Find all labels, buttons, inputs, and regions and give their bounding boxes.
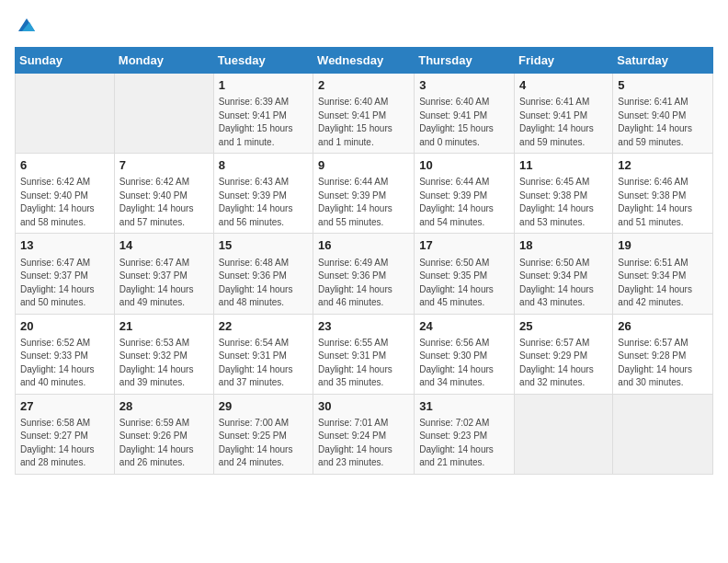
day-info: Sunrise: 6:47 AM: [20, 257, 109, 270]
day-info: Sunset: 9:40 PM: [119, 190, 209, 203]
day-cell: 2Sunrise: 6:40 AMSunset: 9:41 PMDaylight…: [313, 74, 415, 154]
day-info: Sunset: 9:25 PM: [219, 430, 308, 443]
day-info: Sunset: 9:36 PM: [318, 270, 409, 283]
day-number: 26: [618, 318, 708, 335]
weekday-header-tuesday: Tuesday: [213, 48, 313, 74]
day-info: Daylight: 14 hours and 58 minutes.: [20, 202, 109, 229]
day-info: Sunrise: 6:56 AM: [419, 337, 509, 350]
day-info: Daylight: 14 hours and 43 minutes.: [519, 283, 608, 310]
day-cell: 21Sunrise: 6:53 AMSunset: 9:32 PMDayligh…: [114, 314, 213, 394]
day-info: Sunrise: 6:55 AM: [318, 337, 409, 350]
day-info: Sunset: 9:37 PM: [20, 270, 109, 283]
day-info: Daylight: 14 hours and 50 minutes.: [20, 283, 109, 310]
day-cell: 22Sunrise: 6:54 AMSunset: 9:31 PMDayligh…: [213, 314, 313, 394]
day-info: Daylight: 14 hours and 26 minutes.: [119, 443, 209, 470]
day-info: Sunset: 9:28 PM: [618, 350, 708, 363]
day-cell: 10Sunrise: 6:44 AMSunset: 9:39 PMDayligh…: [415, 154, 515, 234]
day-cell: 19Sunrise: 6:51 AMSunset: 9:34 PMDayligh…: [613, 234, 713, 314]
day-cell: 7Sunrise: 6:42 AMSunset: 9:40 PMDaylight…: [114, 154, 213, 234]
day-info: Sunrise: 6:54 AM: [219, 337, 308, 350]
day-info: Daylight: 14 hours and 24 minutes.: [219, 443, 308, 470]
day-info: Sunrise: 6:42 AM: [119, 176, 209, 190]
day-info: Sunrise: 6:58 AM: [20, 417, 109, 431]
day-info: Daylight: 14 hours and 54 minutes.: [419, 202, 509, 229]
day-info: Daylight: 14 hours and 39 minutes.: [119, 363, 209, 390]
day-cell: 8Sunrise: 6:43 AMSunset: 9:39 PMDaylight…: [213, 154, 313, 234]
day-cell: [16, 74, 115, 154]
day-info: Sunset: 9:33 PM: [20, 350, 109, 363]
day-info: Sunrise: 6:44 AM: [419, 176, 509, 190]
logo-text: [15, 15, 37, 40]
weekday-header-friday: Friday: [515, 48, 613, 74]
day-info: Sunset: 9:31 PM: [318, 350, 409, 363]
day-info: Sunset: 9:30 PM: [419, 350, 509, 363]
day-info: Daylight: 14 hours and 28 minutes.: [20, 443, 109, 470]
day-info: Sunrise: 6:40 AM: [318, 96, 409, 109]
day-number: 17: [419, 237, 509, 254]
weekday-header-thursday: Thursday: [415, 48, 515, 74]
weekday-header-wednesday: Wednesday: [313, 48, 415, 74]
day-cell: 24Sunrise: 6:56 AMSunset: 9:30 PMDayligh…: [415, 314, 515, 394]
day-number: 3: [419, 77, 509, 94]
day-info: Daylight: 14 hours and 21 minutes.: [419, 443, 509, 470]
day-cell: 27Sunrise: 6:58 AMSunset: 9:27 PMDayligh…: [16, 394, 115, 474]
day-number: 16: [318, 237, 409, 254]
logo-icon: [17, 15, 37, 35]
day-info: Sunset: 9:36 PM: [219, 270, 308, 283]
day-info: Sunset: 9:32 PM: [119, 350, 209, 363]
day-info: Daylight: 14 hours and 32 minutes.: [519, 363, 608, 390]
week-row-1: 1Sunrise: 6:39 AMSunset: 9:41 PMDaylight…: [16, 74, 713, 154]
day-info: Sunrise: 6:57 AM: [519, 337, 608, 350]
day-number: 22: [219, 318, 308, 335]
day-info: Sunrise: 6:51 AM: [618, 257, 708, 270]
day-info: Sunrise: 6:44 AM: [318, 176, 409, 190]
day-info: Sunrise: 6:59 AM: [119, 417, 209, 431]
day-info: Daylight: 14 hours and 51 minutes.: [618, 202, 708, 229]
day-info: Sunrise: 7:00 AM: [219, 417, 308, 431]
day-info: Sunset: 9:39 PM: [419, 190, 509, 203]
day-info: Daylight: 14 hours and 46 minutes.: [318, 283, 409, 310]
day-cell: 16Sunrise: 6:49 AMSunset: 9:36 PMDayligh…: [313, 234, 415, 314]
day-number: 29: [219, 398, 308, 415]
day-info: Daylight: 15 hours and 1 minute.: [318, 122, 409, 149]
weekday-header-saturday: Saturday: [613, 48, 713, 74]
day-number: 8: [219, 157, 308, 174]
day-info: Sunset: 9:41 PM: [219, 109, 308, 123]
day-number: 25: [519, 318, 608, 335]
day-number: 19: [618, 237, 708, 254]
day-number: 4: [519, 77, 608, 94]
day-info: Sunset: 9:27 PM: [20, 430, 109, 443]
day-number: 13: [20, 237, 109, 254]
day-info: Daylight: 14 hours and 34 minutes.: [419, 363, 509, 390]
day-info: Daylight: 15 hours and 0 minutes.: [419, 122, 509, 149]
day-number: 31: [419, 398, 509, 415]
day-info: Daylight: 14 hours and 59 minutes.: [519, 122, 608, 149]
day-info: Sunrise: 6:47 AM: [119, 257, 209, 270]
day-number: 30: [318, 398, 409, 415]
day-cell: 6Sunrise: 6:42 AMSunset: 9:40 PMDaylight…: [16, 154, 115, 234]
day-info: Sunrise: 6:49 AM: [318, 257, 409, 270]
day-number: 5: [618, 77, 708, 94]
day-number: 11: [519, 157, 608, 174]
day-cell: 29Sunrise: 7:00 AMSunset: 9:25 PMDayligh…: [213, 394, 313, 474]
day-info: Daylight: 14 hours and 42 minutes.: [618, 283, 708, 310]
day-info: Sunrise: 6:46 AM: [618, 176, 708, 190]
day-info: Sunset: 9:40 PM: [618, 109, 708, 123]
day-number: 20: [20, 318, 109, 335]
day-info: Sunrise: 6:41 AM: [519, 96, 608, 109]
day-info: Sunrise: 6:50 AM: [419, 257, 509, 270]
day-cell: 15Sunrise: 6:48 AMSunset: 9:36 PMDayligh…: [213, 234, 313, 314]
day-info: Sunset: 9:38 PM: [519, 190, 608, 203]
day-info: Sunset: 9:23 PM: [419, 430, 509, 443]
day-cell: 1Sunrise: 6:39 AMSunset: 9:41 PMDaylight…: [213, 74, 313, 154]
day-info: Sunrise: 6:45 AM: [519, 176, 608, 190]
day-info: Sunset: 9:34 PM: [519, 270, 608, 283]
day-cell: 18Sunrise: 6:50 AMSunset: 9:34 PMDayligh…: [515, 234, 613, 314]
day-info: Sunset: 9:39 PM: [219, 190, 308, 203]
day-number: 18: [519, 237, 608, 254]
weekday-header-sunday: Sunday: [16, 48, 115, 74]
day-number: 7: [119, 157, 209, 174]
day-info: Sunrise: 6:50 AM: [519, 257, 608, 270]
day-number: 2: [318, 77, 409, 94]
day-info: Sunrise: 6:42 AM: [20, 176, 109, 190]
